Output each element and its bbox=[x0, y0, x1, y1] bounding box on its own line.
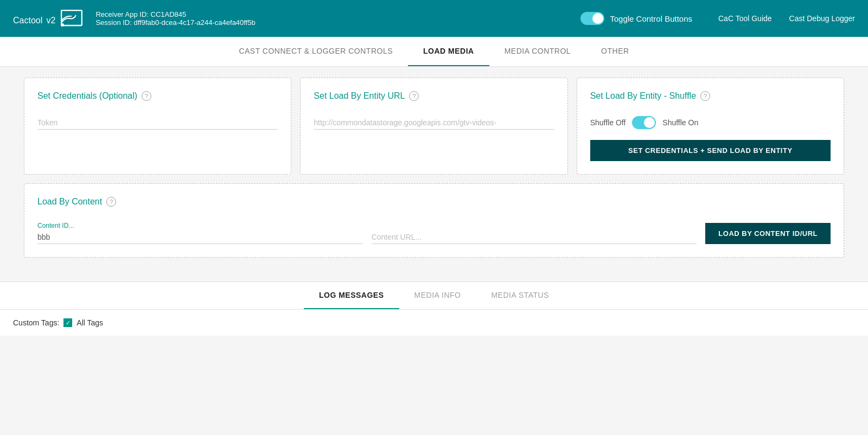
load-entity-shuffle-title: Set Load By Entity - Shuffle ? bbox=[590, 91, 831, 101]
custom-tags-row: Custom Tags: All Tags bbox=[13, 318, 855, 327]
cards-row: Set Credentials (Optional) ? Set Load By… bbox=[24, 78, 844, 175]
tab-log-messages[interactable]: LOG MESSAGES bbox=[304, 282, 399, 309]
load-content-help-icon[interactable]: ? bbox=[106, 197, 116, 207]
session-info: Receiver App ID: CC1AD845 Session ID: df… bbox=[95, 10, 580, 27]
header-nav: CaC Tool Guide Cast Debug Logger bbox=[718, 14, 855, 23]
set-credentials-send-load-entity-button[interactable]: SET CREDENTIALS + SEND LOAD BY ENTITY bbox=[590, 140, 831, 161]
content-id-input[interactable] bbox=[37, 231, 363, 244]
load-content-card: Load By Content ? Content ID... LOAD BY … bbox=[24, 183, 844, 258]
custom-tags-label: Custom Tags: bbox=[13, 318, 59, 327]
tab-media-control[interactable]: MEDIA CONTROL bbox=[489, 37, 586, 66]
cac-tool-guide-link[interactable]: CaC Tool Guide bbox=[718, 14, 772, 23]
toggle-label: Toggle Control Buttons bbox=[610, 14, 692, 23]
session-id: Session ID: dff9fab0-dcea-4c17-a244-ca4e… bbox=[95, 18, 580, 27]
load-by-content-button[interactable]: LOAD BY CONTENT ID/URL bbox=[705, 223, 831, 244]
logo: Cactool v2 bbox=[13, 10, 82, 27]
credentials-help-icon[interactable]: ? bbox=[142, 91, 151, 101]
svg-point-1 bbox=[61, 23, 64, 27]
shuffle-on-label: Shuffle On bbox=[662, 118, 698, 127]
bottom-section: LOG MESSAGES MEDIA INFO MEDIA STATUS Cus… bbox=[0, 282, 868, 336]
bottom-tabs: LOG MESSAGES MEDIA INFO MEDIA STATUS bbox=[0, 282, 868, 310]
logo-text: Cactool v2 bbox=[13, 10, 55, 27]
tab-other[interactable]: OTHER bbox=[586, 37, 644, 66]
tab-media-status[interactable]: MEDIA STATUS bbox=[476, 282, 564, 309]
tab-media-info[interactable]: MEDIA INFO bbox=[399, 282, 476, 309]
tab-load-media[interactable]: LOAD MEDIA bbox=[408, 37, 489, 66]
load-entity-url-card: Set Load By Entity URL ? bbox=[300, 78, 567, 175]
toggle-control-buttons[interactable]: Toggle Control Buttons bbox=[580, 12, 692, 25]
shuffle-toggle[interactable] bbox=[632, 116, 656, 129]
all-tags-label: All Tags bbox=[76, 318, 103, 327]
app-header: Cactool v2 Receiver App ID: CC1AD845 Ses… bbox=[0, 0, 868, 37]
credentials-title: Set Credentials (Optional) ? bbox=[37, 91, 278, 101]
shuffle-toggle-row: Shuffle Off Shuffle On bbox=[590, 116, 831, 129]
content-id-wrapper: Content ID... bbox=[37, 222, 363, 244]
all-tags-checkbox[interactable] bbox=[63, 318, 72, 327]
entity-url-input[interactable] bbox=[314, 116, 554, 130]
credentials-card: Set Credentials (Optional) ? bbox=[24, 78, 291, 175]
content-url-input[interactable] bbox=[372, 231, 697, 244]
load-entity-shuffle-help-icon[interactable]: ? bbox=[700, 91, 710, 101]
content-url-wrapper bbox=[372, 231, 697, 244]
main-tabs: CAST CONNECT & LOGGER CONTROLS LOAD MEDI… bbox=[0, 37, 868, 67]
load-entity-url-help-icon[interactable]: ? bbox=[409, 91, 419, 101]
shuffle-off-label: Shuffle Off bbox=[590, 118, 626, 127]
main-content: Set Credentials (Optional) ? Set Load By… bbox=[11, 67, 857, 279]
receiver-app-id: Receiver App ID: CC1AD845 bbox=[95, 10, 580, 18]
load-entity-url-title: Set Load By Entity URL ? bbox=[314, 91, 554, 101]
bottom-content: Custom Tags: All Tags bbox=[0, 310, 868, 336]
load-content-row: Content ID... LOAD BY CONTENT ID/URL bbox=[37, 222, 831, 244]
cast-icon bbox=[61, 10, 82, 27]
token-input[interactable] bbox=[37, 116, 278, 130]
load-entity-shuffle-card: Set Load By Entity - Shuffle ? Shuffle O… bbox=[577, 78, 844, 175]
cast-debug-logger-link[interactable]: Cast Debug Logger bbox=[789, 14, 855, 23]
tab-cast-connect[interactable]: CAST CONNECT & LOGGER CONTROLS bbox=[224, 37, 408, 66]
load-content-title: Load By Content ? bbox=[37, 197, 831, 207]
toggle-switch[interactable] bbox=[580, 12, 604, 25]
content-id-label: Content ID... bbox=[37, 222, 363, 229]
